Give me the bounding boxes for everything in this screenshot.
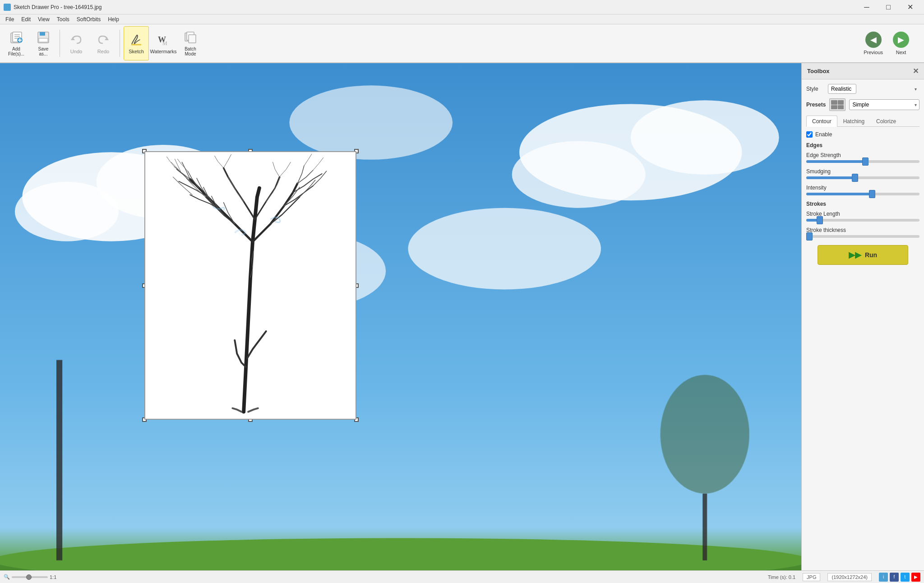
add-files-button[interactable]: AddFile(s)... — [4, 26, 29, 60]
status-time: Time (s): 0.1 — [768, 574, 795, 580]
stroke-length-thumb[interactable] — [817, 216, 823, 224]
enable-row: Enable — [806, 131, 919, 138]
window-title: Sketch Drawer Pro - tree-164915.jpg — [14, 4, 102, 10]
menu-softorbits[interactable]: SoftOrbits — [73, 15, 104, 23]
svg-rect-10 — [39, 38, 48, 42]
svg-point-31 — [0, 538, 801, 570]
main-content: Toolbox ✕ Style Realistic Pencil Charcoa… — [0, 63, 924, 570]
previous-button[interactable]: ◀ Previous — [859, 29, 887, 57]
zoom-level: 1:1 — [50, 574, 56, 580]
close-button[interactable]: ✕ — [900, 0, 920, 14]
add-files-icon — [9, 30, 23, 45]
status-zoom: 🔍 1:1 — [4, 574, 56, 580]
svg-text:M: M — [162, 40, 167, 46]
stroke-length-slider[interactable] — [806, 219, 919, 222]
window-controls: ─ □ ✕ — [856, 0, 920, 14]
watermarks-button[interactable]: W M Watermarks — [151, 26, 176, 60]
next-label: Next — [896, 50, 906, 55]
smudging-slider[interactable] — [806, 176, 919, 179]
title-bar: Sketch Drawer Pro - tree-164915.jpg ─ □ … — [0, 0, 924, 14]
tab-colorize[interactable]: Colorize — [870, 116, 902, 127]
intensity-slider[interactable] — [806, 193, 919, 195]
zoom-thumb[interactable] — [26, 574, 32, 580]
redo-label: Redo — [97, 49, 109, 54]
menu-bar: File Edit View Tools SoftOrbits Help — [0, 14, 924, 24]
info-icon-button[interactable]: i — [879, 573, 888, 582]
social-icon-2[interactable]: t — [901, 573, 910, 582]
run-button[interactable]: ▶▶ Run — [818, 245, 908, 265]
tab-contour[interactable]: Contour — [806, 116, 837, 127]
intensity-fill — [806, 193, 872, 195]
smudging-thumb[interactable] — [852, 174, 858, 182]
maximize-button[interactable]: □ — [878, 0, 899, 14]
edge-strength-fill — [806, 160, 865, 163]
social-icon-3[interactable]: ▶ — [911, 573, 920, 582]
undo-icon — [69, 32, 83, 47]
menu-edit[interactable]: Edit — [18, 15, 34, 23]
toolbox-panel: Toolbox ✕ Style Realistic Pencil Charcoa… — [801, 63, 924, 570]
edges-section-label: Edges — [806, 142, 919, 148]
svg-point-26 — [512, 141, 646, 208]
save-as-button[interactable]: Saveas... — [31, 26, 56, 60]
smudging-fill — [806, 176, 855, 179]
svg-rect-30 — [0, 560, 801, 570]
next-button[interactable]: ▶ Next — [889, 29, 913, 57]
edge-strength-row: Edge Strength — [806, 152, 919, 163]
toolbar-sep-1 — [60, 30, 60, 57]
presets-label: Presets — [806, 102, 826, 108]
stroke-length-label: Stroke Length — [806, 211, 919, 217]
zoom-slider[interactable] — [12, 576, 48, 578]
previous-label: Previous — [864, 50, 883, 55]
edge-strength-slider[interactable] — [806, 160, 919, 163]
intensity-label: Intensity — [806, 185, 919, 191]
svg-point-25 — [631, 100, 779, 174]
menu-view[interactable]: View — [34, 15, 53, 23]
toolbox-header: Toolbox ✕ — [802, 63, 924, 79]
sketch-button[interactable]: Sketch — [124, 26, 149, 60]
menu-file[interactable]: File — [2, 15, 18, 23]
edge-strength-thumb[interactable] — [862, 157, 869, 166]
next-icon: ▶ — [893, 32, 909, 48]
stroke-thickness-slider[interactable] — [806, 235, 919, 238]
menu-tools[interactable]: Tools — [53, 15, 73, 23]
batch-mode-button[interactable]: BatchMode — [178, 26, 203, 60]
toolbar: AddFile(s)... Saveas... Undo — [0, 24, 924, 63]
app-icon — [4, 4, 11, 11]
style-row: Style Realistic Pencil Charcoal — [806, 84, 919, 94]
smudging-row: Smudging — [806, 168, 919, 179]
intensity-thumb[interactable] — [869, 190, 875, 198]
svg-rect-18 — [189, 35, 196, 43]
strokes-section-label: Strokes — [806, 201, 919, 207]
toolbox-title: Toolbox — [807, 68, 830, 74]
social-icon-1[interactable]: f — [890, 573, 899, 582]
tab-hatching[interactable]: Hatching — [837, 116, 870, 127]
style-label: Style — [806, 86, 824, 92]
watermarks-icon: W M — [156, 32, 171, 47]
save-as-label: Saveas... — [38, 46, 49, 56]
svg-rect-19 — [0, 63, 801, 570]
stroke-thickness-thumb[interactable] — [806, 232, 813, 241]
redo-icon — [96, 32, 111, 47]
run-label: Run — [865, 251, 877, 259]
presets-select[interactable]: Simple Standard Detailed — [849, 99, 919, 110]
status-icons: i f t ▶ — [879, 573, 920, 582]
redo-button[interactable]: Redo — [91, 26, 116, 60]
stroke-thickness-row: Stroke thickness — [806, 227, 919, 238]
style-select[interactable]: Realistic Pencil Charcoal — [828, 84, 856, 94]
sketch-canvas[interactable] — [144, 151, 356, 420]
enable-label[interactable]: Enable — [815, 131, 832, 138]
toolbox-close-button[interactable]: ✕ — [913, 67, 919, 75]
batch-mode-icon — [183, 30, 198, 45]
enable-checkbox[interactable] — [806, 131, 813, 138]
smudging-label: Smudging — [806, 168, 919, 175]
toolbox-body: Style Realistic Pencil Charcoal Presets — [802, 79, 924, 570]
svg-point-33 — [661, 375, 749, 494]
svg-point-22 — [15, 182, 119, 241]
canvas-area[interactable] — [0, 63, 801, 570]
undo-label: Undo — [70, 49, 82, 54]
svg-marker-12 — [105, 37, 109, 40]
presets-icon — [829, 98, 845, 111]
undo-button[interactable]: Undo — [64, 26, 89, 60]
minimize-button[interactable]: ─ — [856, 0, 877, 14]
menu-help[interactable]: Help — [104, 15, 123, 23]
